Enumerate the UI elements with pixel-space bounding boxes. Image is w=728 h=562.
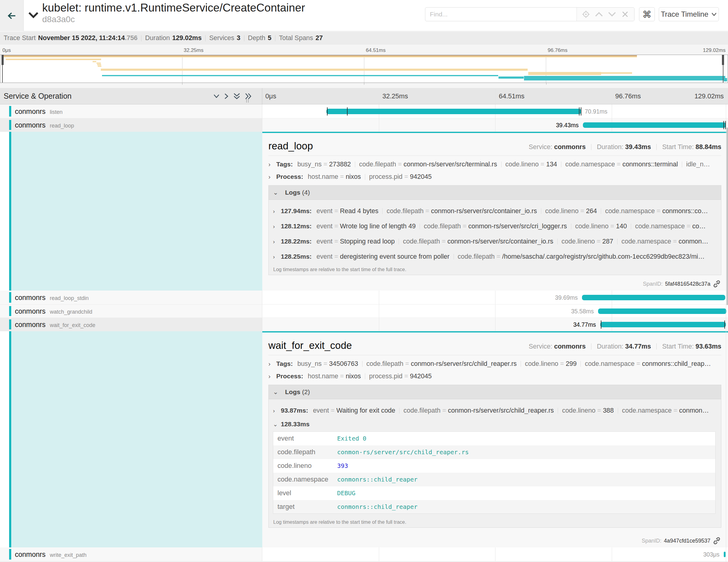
focus-match-button[interactable] (581, 9, 591, 19)
link-icon[interactable] (713, 537, 721, 545)
span-bar-cell[interactable]: 39.69ms (262, 291, 728, 305)
minimap-span (102, 75, 498, 76)
minimap-span (524, 76, 726, 80)
span-row-watch-grandchild[interactable]: conmonrswatch_grandchild 35.58ms (0, 305, 728, 318)
span-duration-bar[interactable] (582, 295, 725, 300)
span-detail-title: wait_for_exit_code (268, 340, 352, 351)
span-duration-bar[interactable] (326, 109, 581, 114)
log-entry[interactable]: ›128.25ms:event = deregistering event so… (269, 249, 721, 264)
span-name-cell[interactable]: conmonrswait_for_exit_code (0, 318, 262, 331)
span-row-write-exit-path[interactable]: conmonrswrite_exit_path 303μs (0, 547, 728, 561)
log-field-row: levelDEBUG (273, 486, 716, 500)
field-value: 942045 (410, 173, 432, 180)
minimap-tick-nub (182, 83, 182, 85)
log-field-value: Exited 0 (333, 432, 716, 445)
back-button[interactable] (0, 0, 24, 31)
field-key: code.filepath (359, 161, 396, 168)
minimap-span (724, 78, 727, 81)
minimap-span (6, 59, 101, 60)
service-name: conmonrs (15, 550, 46, 558)
log-entry[interactable]: ›128.22ms:event = Stopping read loop|cod… (269, 234, 721, 249)
chevron-right-icon: › (273, 403, 281, 418)
logs-note: Log timestamps are relative to the start… (269, 517, 721, 527)
collapse-trace-toggle[interactable] (28, 9, 39, 21)
minimap-canvas[interactable] (0, 55, 728, 83)
logs-header[interactable]: ⌄Logs (4) (269, 186, 721, 200)
equals-sign: = (441, 407, 448, 414)
span-bar-cell[interactable]: 35.58ms (262, 305, 728, 318)
span-duration-bar[interactable] (600, 322, 726, 327)
span-row-wait-for-exit-code[interactable]: conmonrswait_for_exit_code 34.77ms (0, 318, 728, 331)
find-input[interactable] (425, 8, 577, 21)
span-detail-meta: Service: conmonrs Duration: 34.77ms Star… (529, 343, 721, 351)
log-entry[interactable]: ›128.12ms:event = Wrote log line of leng… (269, 219, 721, 234)
minimap-span (98, 66, 101, 67)
prev-match-button[interactable] (594, 9, 604, 19)
collapse-all-button[interactable] (233, 93, 240, 100)
collapse-one-button[interactable] (213, 94, 219, 98)
trace-view-selector[interactable]: Trace Timeline (659, 7, 719, 21)
service-name: conmonrs (15, 307, 46, 315)
find-group (425, 7, 634, 21)
span-name-cell[interactable]: conmonrslisten (0, 104, 262, 118)
clear-search-button[interactable] (620, 9, 630, 19)
span-name-cell[interactable]: conmonrswatch_grandchild (0, 305, 262, 318)
divider (275, 35, 275, 41)
log-entry[interactable]: ›93.87ms:event = Waiting for exit code|c… (269, 403, 721, 418)
scrollbar-thumb[interactable] (726, 128, 728, 305)
field-key: code.filepath (458, 253, 495, 260)
chevron-right-icon: › (268, 173, 276, 181)
log-field-row: eventExited 0 (273, 432, 716, 445)
ruler-tick: 129.02ms (694, 92, 724, 100)
timeline-gridline (495, 318, 495, 331)
expand-one-button[interactable] (224, 93, 229, 99)
next-match-button[interactable] (607, 9, 617, 19)
process-row[interactable]: ›Process:host.name = nixos|process.pid =… (268, 173, 721, 181)
timeline-gridline (495, 547, 495, 561)
field-key: process.pid (369, 173, 403, 180)
field-value: conmon-rs/server/src/terminal.rs (403, 161, 497, 168)
find-controls (577, 8, 634, 21)
log-field-list: event = Waiting for exit code|code.filep… (313, 407, 709, 414)
process-row[interactable]: ›Process:host.name = nixos|process.pid =… (268, 372, 721, 380)
double-chevron-down-icon (233, 93, 240, 100)
span-id-value: 4a947cfd1ce59537 (664, 538, 710, 544)
span-id-label: SpanID: (642, 538, 662, 544)
equals-sign: = (403, 373, 410, 380)
scrollbar[interactable] (726, 104, 728, 562)
tags-row[interactable]: ›Tags:busy_ns = 34506763|code.filepath =… (268, 360, 721, 368)
equals-sign: = (338, 173, 346, 180)
duration-value: 39.43ms (625, 143, 651, 151)
process-label: Process: (276, 373, 303, 380)
field-key: code.filepath (403, 238, 440, 245)
span-duration-bar[interactable] (598, 308, 726, 314)
keyboard-shortcuts-button[interactable]: ⌘ (639, 7, 655, 21)
tags-row[interactable]: ›Tags:busy_ns = 273882|code.filepath = c… (268, 160, 721, 168)
span-row-read-loop-stdin[interactable]: conmonrsread_loop_stdin 39.69ms (0, 291, 728, 305)
process-field-list: host.name = nixos|process.pid = 942045 (308, 373, 432, 380)
expand-all-button[interactable] (245, 93, 252, 100)
log-entry[interactable]: ›127.94ms:event = Read 4 bytes|code.file… (269, 203, 721, 219)
span-name-cell[interactable]: conmonrswrite_exit_path (0, 547, 262, 561)
log-entry-expanded[interactable]: ⌄128.33ms (269, 418, 721, 430)
logs-header[interactable]: ⌄Logs (2) (269, 385, 721, 399)
span-bar-cell[interactable]: 70.91ms (262, 104, 728, 118)
span-duration-bar[interactable] (583, 122, 726, 128)
span-bar-cell[interactable]: 34.77ms (262, 318, 728, 331)
equals-sign: = (322, 360, 329, 367)
span-row-listen[interactable]: conmonrslisten 70.91ms (0, 104, 728, 118)
span-name-cell[interactable]: conmonrsread_loop (0, 118, 262, 132)
duration-label: Duration: (597, 343, 623, 350)
span-row-read-loop[interactable]: conmonrsread_loop 39.43ms (0, 118, 728, 132)
span-bar-cell[interactable]: 39.43ms (262, 118, 728, 132)
equals-sign: = (655, 207, 662, 215)
span-bar-cell[interactable]: 303μs (262, 547, 728, 561)
link-icon[interactable] (713, 280, 721, 288)
field-value: 264 (586, 207, 597, 215)
chevron-right-icon: › (273, 204, 281, 219)
field-key: busy_ns (297, 161, 321, 168)
span-duration-bar[interactable] (724, 552, 726, 557)
field-key: code.filepath (386, 207, 424, 215)
span-name-cell[interactable]: conmonrsread_loop_stdin (0, 291, 262, 305)
column-resizer-grip[interactable] (246, 99, 249, 103)
